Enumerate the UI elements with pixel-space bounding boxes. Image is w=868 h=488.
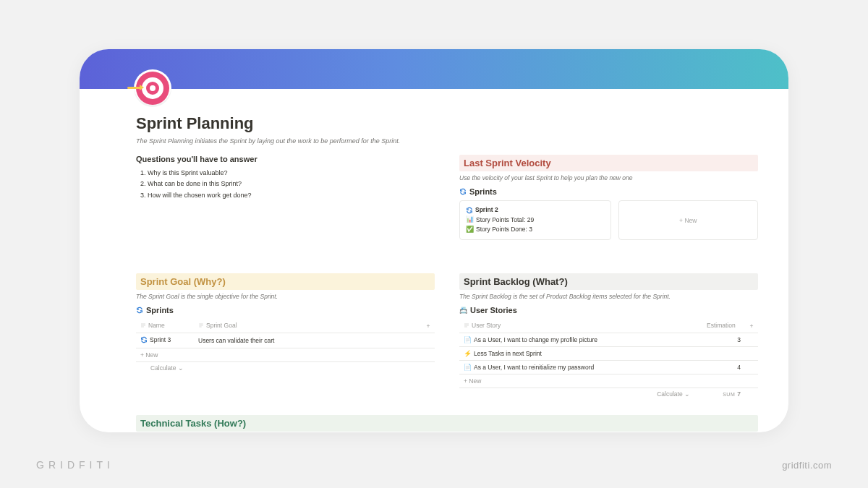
calculate-button[interactable]: Calculate ⌄ <box>136 362 435 375</box>
add-column-button[interactable]: + <box>745 319 758 333</box>
card-title: Sprint 2 <box>475 205 498 215</box>
goal-heading: Sprint Goal (Why?) <box>136 273 435 290</box>
sum-label: SUM <box>723 392 735 397</box>
table-row[interactable]: 📄As a User, I want to change my profile … <box>459 333 758 347</box>
row-icon: ⚡ <box>464 350 472 357</box>
add-column-button[interactable]: + <box>422 319 435 333</box>
title-prop-icon <box>140 322 146 328</box>
cell-story: Less Tasks in next Sprint <box>474 350 542 357</box>
cell-est: 4 <box>694 361 745 374</box>
velocity-heading: Last Sprint Velocity <box>459 155 758 171</box>
text-prop-icon <box>198 322 204 328</box>
db-title-text: User Stories <box>470 306 517 314</box>
backlog-db-title[interactable]: 📇 User Stories <box>459 306 758 314</box>
goal-description: The Sprint Goal is the single objective … <box>136 293 435 300</box>
velocity-db-title[interactable]: Sprints <box>459 187 758 196</box>
cell-name: Sprint 3 <box>150 336 171 343</box>
question-item: How will the chosen work get done? <box>148 190 435 201</box>
sigma-icon: 📊 <box>466 215 474 225</box>
app-window: Sprint Planning The Sprint Planning init… <box>80 49 788 432</box>
check-icon: ✅ <box>466 225 474 235</box>
sum-value: 7 <box>737 390 741 398</box>
brand-url: gridfiti.com <box>782 460 832 471</box>
page-content: Sprint Planning The Sprint Planning init… <box>136 114 758 432</box>
calculate-button[interactable]: Calculate ⌄ <box>459 388 694 401</box>
backlog-description: The Sprint Backlog is the set of Product… <box>459 293 758 300</box>
cell-est <box>694 347 745 361</box>
cell-story: As a User, I want to reinitialize my pas… <box>474 364 594 371</box>
new-card-button[interactable]: + New <box>618 200 759 240</box>
sync-icon <box>136 307 143 314</box>
goal-table: Name Sprint Goal + Sprint 3 Users can va… <box>136 319 435 374</box>
col-name: Name <box>148 322 165 329</box>
table-row[interactable]: Sprint 3 Users can validate their cart <box>136 333 435 348</box>
cell-est: 3 <box>694 333 745 347</box>
goal-db-title[interactable]: Sprints <box>136 306 435 314</box>
table-row[interactable]: 📄As a User, I want to reinitialize my pa… <box>459 361 758 374</box>
backlog-heading: Sprint Backlog (What?) <box>459 273 758 290</box>
backlog-table: User Story Estimation + 📄As a User, I wa… <box>459 319 758 401</box>
question-item: What can be done in this Sprint? <box>148 179 435 189</box>
col-goal: Sprint Goal <box>206 322 237 329</box>
number-prop-icon <box>699 322 705 328</box>
cell-goal: Users can validate their cart <box>194 333 422 348</box>
card-total: Story Points Total: 29 <box>476 215 534 225</box>
page-description: The Sprint Planning initiates the Sprint… <box>136 137 758 145</box>
tech-heading: Technical Tasks (How?) <box>136 415 758 432</box>
questions-list: Why is this Sprint valuable? What can be… <box>136 168 435 201</box>
velocity-description: Use the velocity of your last Sprint to … <box>459 174 758 181</box>
db-title-text: Sprints <box>146 306 174 314</box>
table-row[interactable]: ⚡Less Tasks in next Sprint <box>459 347 758 361</box>
cover-banner <box>80 49 788 89</box>
questions-heading: Questions you'll have to answer <box>136 155 435 163</box>
page-title: Sprint Planning <box>136 114 758 133</box>
card-done: Story Points Done: 3 <box>476 225 532 234</box>
user-stories-icon: 📇 <box>459 307 467 314</box>
page-icon-target[interactable] <box>134 69 171 107</box>
sync-icon <box>466 207 473 214</box>
db-title-text: Sprints <box>469 187 497 196</box>
question-item: Why is this Sprint valuable? <box>148 168 435 179</box>
sync-icon <box>140 336 148 343</box>
brand-logo: GRIDFITI <box>36 459 114 471</box>
cell-story: As a User, I want to change my profile p… <box>474 336 597 343</box>
col-story: User Story <box>472 322 501 329</box>
new-row-button[interactable]: + New <box>136 348 435 362</box>
row-icon: 📄 <box>464 364 472 371</box>
col-est: Estimation <box>707 322 736 329</box>
row-icon: 📄 <box>464 336 472 343</box>
new-row-button[interactable]: + New <box>459 374 758 388</box>
sync-icon <box>459 188 467 195</box>
title-prop-icon <box>464 322 469 328</box>
sprint-card[interactable]: Sprint 2 📊Story Points Total: 29 ✅Story … <box>459 200 611 240</box>
